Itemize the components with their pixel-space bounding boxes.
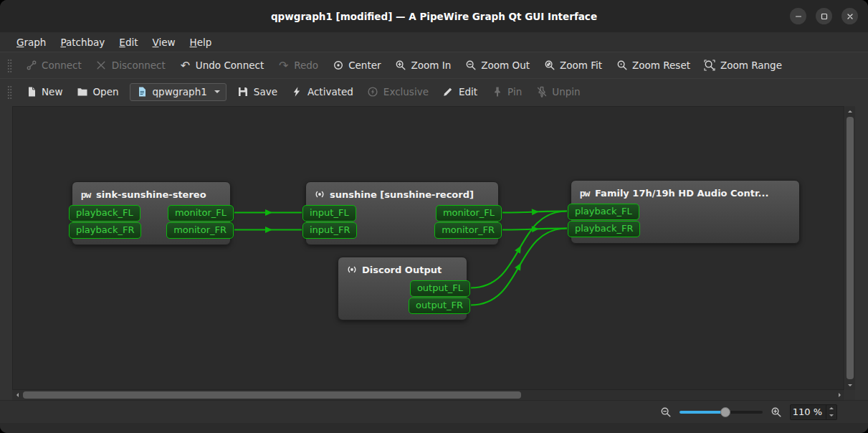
vertical-scrollbar-handle[interactable] — [846, 117, 854, 379]
port-playback_FL[interactable]: playback_FL — [69, 205, 140, 222]
connect-button[interactable]: Connect — [19, 56, 88, 75]
triangle-up-icon — [829, 405, 834, 409]
toolbar-button-label: Connect — [42, 60, 82, 71]
port-playback_FR[interactable]: playback_FR — [568, 221, 640, 237]
port-monitor_FR[interactable]: monitor_FR — [434, 222, 502, 239]
scroll-down-button[interactable] — [845, 380, 855, 390]
toolbar-file: NewOpenqpwgraph1SaveActivatedExclusiveEd… — [0, 78, 868, 105]
zoom-out-icon — [659, 406, 672, 419]
menu-graph[interactable]: Graph — [9, 34, 53, 50]
scroll-left-button[interactable] — [12, 390, 22, 400]
scroll-right-button[interactable] — [834, 390, 844, 400]
maximize-button[interactable] — [816, 8, 832, 24]
menu-view[interactable]: View — [146, 34, 183, 50]
node-header: pwFamily 17h/19h HD Audio Contr... — [571, 185, 799, 201]
port-monitor_FR[interactable]: monitor_FR — [166, 222, 234, 239]
menubar: GraphPatchbayEditViewHelp — [0, 32, 868, 52]
toolbar-main: ConnectDisconnect↶Undo Connect↷RedoCente… — [0, 52, 868, 78]
menu-patchbay[interactable]: Patchbay — [53, 34, 112, 50]
port-playback_FR[interactable]: playback_FR — [69, 222, 141, 239]
node-discord[interactable]: Discord Outputoutput_FLoutput_FR — [338, 257, 467, 320]
toolbar-drag-handle[interactable] — [7, 85, 12, 99]
window-bottom-edge — [0, 423, 868, 433]
unpin-button[interactable]: Unpin — [529, 82, 586, 102]
zoom-spinbox[interactable]: 110 % — [790, 404, 837, 420]
port-input_FR[interactable]: input_FR — [302, 222, 357, 239]
zoom-in-button[interactable]: Zoom In — [388, 56, 458, 75]
new-button[interactable]: New — [19, 82, 69, 102]
node-header: sunshine [sunshine-record] — [306, 186, 498, 202]
save-button[interactable]: Save — [231, 82, 284, 102]
new-icon — [25, 86, 37, 98]
horizontal-scrollbar[interactable] — [12, 390, 844, 400]
spin-down-button[interactable] — [826, 412, 836, 419]
maximize-icon — [821, 13, 828, 20]
port-output_FR[interactable]: output_FR — [409, 298, 470, 314]
toolbar-button-label: Unpin — [552, 86, 580, 97]
connection-arrow-icon — [265, 209, 272, 216]
minimize-icon — [795, 13, 802, 20]
zoom-reset-button[interactable]: Zoom Reset — [609, 56, 697, 75]
edit-button[interactable]: Edit — [436, 82, 484, 102]
minimize-button[interactable] — [790, 8, 806, 24]
node-header: pwsink-sunshine-stereo — [72, 186, 230, 202]
scroll-up-button[interactable] — [845, 106, 855, 116]
triangle-down-icon — [848, 384, 852, 389]
port-monitor_FL[interactable]: monitor_FL — [436, 205, 502, 222]
undo-icon: ↶ — [179, 60, 191, 72]
zoom-fit-icon — [543, 60, 555, 72]
toolbar-button-label: Exclusive — [383, 86, 429, 97]
close-icon — [846, 13, 854, 20]
spin-up-button[interactable] — [826, 405, 836, 412]
main-area: pwsink-sunshine-stereoplayback_FLmonitor… — [0, 105, 868, 400]
port-input_FL[interactable]: input_FL — [302, 205, 356, 222]
chevron-down-icon — [214, 90, 220, 96]
triangle-left-icon — [14, 393, 19, 397]
open-button[interactable]: Open — [70, 82, 125, 102]
node-ports: output_FLoutput_FR — [338, 280, 467, 315]
port-row: input_FRmonitor_FR — [306, 222, 498, 239]
triangle-up-icon — [848, 108, 852, 113]
exclusive-button[interactable]: Exclusive — [361, 82, 435, 102]
node-sunshine[interactable]: sunshine [sunshine-record]input_FLmonito… — [305, 181, 499, 245]
vertical-scrollbar[interactable] — [845, 106, 855, 390]
disconnect-button[interactable]: Disconnect — [89, 56, 172, 75]
node-ports: playback_FLplayback_FR — [571, 204, 799, 238]
menu-help[interactable]: Help — [183, 34, 219, 50]
window-title: qpwgraph1 [modified] — A PipeWire Graph … — [271, 11, 597, 22]
zoom-value[interactable]: 110 % — [791, 406, 826, 417]
toolbar-button-label: Redo — [294, 60, 318, 71]
zoom-slider[interactable] — [679, 406, 763, 418]
redo-button[interactable]: ↷Redo — [271, 56, 325, 75]
zoom-range-icon — [704, 60, 716, 72]
toolbar-button-label: Save — [254, 86, 277, 97]
zoom-fit-button[interactable]: Zoom Fit — [537, 56, 609, 75]
port-monitor_FL[interactable]: monitor_FL — [168, 205, 234, 222]
titlebar[interactable]: qpwgraph1 [modified] — A PipeWire Graph … — [0, 0, 868, 32]
pin-icon — [491, 86, 503, 98]
qpwgraph1-combo[interactable]: qpwgraph1 — [130, 83, 226, 101]
center-icon — [332, 60, 344, 72]
zoom-out-button[interactable]: Zoom Out — [458, 56, 536, 75]
node-sink-sunshine-stereo[interactable]: pwsink-sunshine-stereoplayback_FLmonitor… — [72, 181, 231, 245]
node-title: sink-sunshine-stereo — [96, 189, 206, 200]
undo-connect-button[interactable]: ↶Undo Connect — [173, 56, 270, 75]
port-output_FL[interactable]: output_FL — [410, 280, 470, 297]
graph-canvas[interactable]: pwsink-sunshine-stereoplayback_FLmonitor… — [12, 106, 844, 390]
center-button[interactable]: Center — [325, 56, 387, 75]
toolbar-button-label: Zoom Reset — [632, 60, 690, 71]
zoom-range-button[interactable]: Zoom Range — [697, 56, 788, 75]
toolbar-drag-handle[interactable] — [7, 59, 12, 72]
zoom-slider-handle[interactable] — [720, 407, 730, 417]
node-title: Family 17h/19h HD Audio Contr... — [595, 188, 768, 199]
connection-arrow-icon — [265, 227, 272, 233]
pin-button[interactable]: Pin — [485, 82, 528, 102]
toolbar-button-label: Pin — [507, 86, 522, 97]
toolbar-button-label: Zoom Range — [720, 60, 782, 71]
activated-button[interactable]: Activated — [285, 82, 360, 102]
close-button[interactable] — [841, 8, 858, 24]
port-playback_FL[interactable]: playback_FL — [568, 204, 639, 220]
node-family-audio[interactable]: pwFamily 17h/19h HD Audio Contr...playba… — [571, 180, 800, 244]
horizontal-scrollbar-handle[interactable] — [23, 391, 521, 399]
menu-edit[interactable]: Edit — [112, 34, 145, 50]
